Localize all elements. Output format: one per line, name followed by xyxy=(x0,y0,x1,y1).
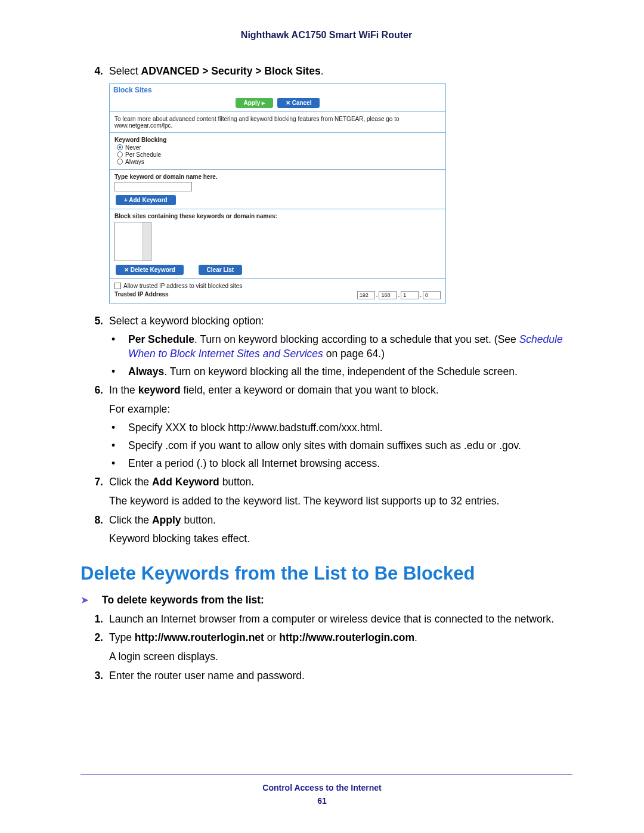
page-header-title: Nighthawk AC1750 Smart WiFi Router xyxy=(80,30,572,41)
bullet-com: Specify .com if you want to allow only s… xyxy=(109,439,572,453)
step-6-bullets: Specify XXX to block http://www.badstuff… xyxy=(109,421,572,470)
ip-octet-1[interactable]: 192 xyxy=(357,291,375,299)
del-step-3: 3. Enter the router user name and passwo… xyxy=(80,669,572,683)
radio-icon xyxy=(117,144,123,150)
trusted-ip-label: Trusted IP Address xyxy=(114,291,169,298)
radio-icon xyxy=(117,159,123,165)
scrollbar[interactable] xyxy=(143,222,151,261)
step-5: 5. Select a keyword blocking option: xyxy=(80,314,572,329)
apply-button[interactable]: Apply ▸ xyxy=(236,98,274,108)
step-7-sub: The keyword is added to the keyword list… xyxy=(109,494,572,509)
step-6: 6. In the keyword field, enter a keyword… xyxy=(80,383,572,398)
block-list-label: Block sites containing these keywords or… xyxy=(114,213,441,219)
del-step-3-num: 3. xyxy=(80,669,109,683)
block-list-section: Block sites containing these keywords or… xyxy=(110,209,445,279)
step-4: 4. Select ADVANCED > Security > Block Si… xyxy=(80,64,572,79)
allow-trusted-label: Allow trusted IP address to visit blocke… xyxy=(123,283,242,289)
ip-octet-3[interactable]: 1 xyxy=(401,291,419,299)
panel-button-row: Apply ▸ ✕ Cancel xyxy=(110,95,445,112)
step-5-bullets: Per Schedule. Turn on keyword blocking a… xyxy=(109,333,572,379)
radio-never[interactable]: Never xyxy=(117,144,441,151)
cancel-button[interactable]: ✕ Cancel xyxy=(277,98,320,108)
allow-trusted-checkbox[interactable] xyxy=(114,283,121,289)
panel-info-text: To learn more about advanced content fil… xyxy=(114,116,441,129)
del-step-2-num: 2. xyxy=(80,631,109,645)
step-5-num: 5. xyxy=(80,314,109,329)
step-4-num: 4. xyxy=(80,64,109,79)
arrow-icon: ➤ xyxy=(80,594,102,606)
radio-sched-label: Per Schedule xyxy=(125,151,161,158)
radio-never-label: Never xyxy=(125,144,141,151)
panel-title: Block Sites xyxy=(110,84,445,95)
type-keyword-label: Type keyword or domain name here. xyxy=(114,174,441,180)
keyword-blocking-section: Keyword Blocking Never Per Schedule Alwa… xyxy=(110,133,445,170)
del-step-3-text: Enter the router user name and password. xyxy=(109,669,572,683)
del-step-1-num: 1. xyxy=(80,612,109,627)
step-4-pre: Select xyxy=(109,65,141,77)
step-8-sub: Keyword blocking takes effect. xyxy=(109,532,572,546)
step-4-post: . xyxy=(321,65,324,77)
step-6-num: 6. xyxy=(80,383,109,398)
page-footer: Control Access to the Internet 61 xyxy=(0,774,644,806)
ip-octet-4[interactable]: 0 xyxy=(423,291,441,299)
block-sites-panel: Block Sites Apply ▸ ✕ Cancel To learn mo… xyxy=(109,83,446,304)
footer-divider xyxy=(80,774,572,775)
del-step-1-text: Launch an Internet browser from a comput… xyxy=(109,612,572,627)
add-keyword-button[interactable]: + Add Keyword xyxy=(116,195,176,205)
step-8-num: 8. xyxy=(80,513,109,528)
ip-octet-2[interactable]: 168 xyxy=(379,291,397,299)
block-list-box[interactable] xyxy=(114,222,151,261)
step-4-bold: ADVANCED > Security > Block Sites xyxy=(141,65,321,77)
bullet-per-schedule: Per Schedule. Turn on keyword blocking a… xyxy=(109,333,572,361)
step-5-text: Select a keyword blocking option: xyxy=(109,314,572,329)
footer-page-number: 61 xyxy=(0,796,644,806)
bullet-always: Always. Turn on keyword blocking all the… xyxy=(109,365,572,379)
radio-icon xyxy=(117,151,123,157)
radio-per-schedule[interactable]: Per Schedule xyxy=(117,151,441,158)
step-7-num: 7. xyxy=(80,475,109,490)
radio-always-label: Always xyxy=(125,159,144,165)
keyword-blocking-label: Keyword Blocking xyxy=(114,137,441,143)
delete-keyword-button[interactable]: ✕ Delete Keyword xyxy=(116,265,184,275)
del-step-1: 1. Launch an Internet browser from a com… xyxy=(80,612,572,627)
step-6-sub: For example: xyxy=(109,402,572,417)
radio-always[interactable]: Always xyxy=(117,159,441,165)
procedure-lead: ➤ To delete keywords from the list: xyxy=(80,594,572,606)
bullet-xxx: Specify XXX to block http://www.badstuff… xyxy=(109,421,572,435)
step-7: 7. Click the Add Keyword button. xyxy=(80,475,572,490)
trusted-ip-group: 192. 168. 1. 0 xyxy=(357,291,441,299)
keyword-input[interactable] xyxy=(114,182,192,191)
bullet-period: Enter a period (.) to block all Internet… xyxy=(109,457,572,471)
section-heading: Delete Keywords from the List to Be Bloc… xyxy=(80,563,572,584)
footer-section-title: Control Access to the Internet xyxy=(0,783,644,792)
type-keyword-section: Type keyword or domain name here. + Add … xyxy=(110,170,445,209)
panel-info-section: To learn more about advanced content fil… xyxy=(110,112,445,133)
step-8: 8. Click the Apply button. xyxy=(80,513,572,528)
del-step-2: 2. Type http://www.routerlogin.net or ht… xyxy=(80,631,572,645)
clear-list-button[interactable]: Clear List xyxy=(199,265,243,275)
trusted-ip-section: Allow trusted IP address to visit blocke… xyxy=(110,279,445,303)
del-step-2-sub: A login screen displays. xyxy=(109,650,572,664)
procedure-lead-text: To delete keywords from the list: xyxy=(102,594,264,606)
